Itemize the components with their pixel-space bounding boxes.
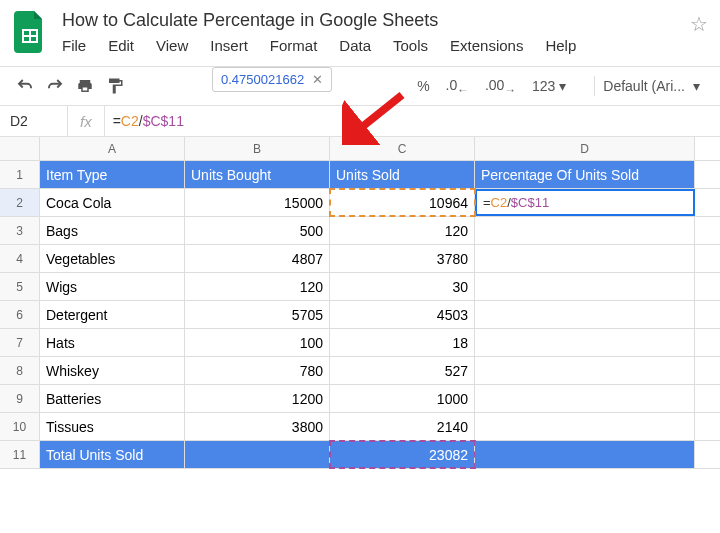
cell[interactable] [475,385,695,412]
redo-icon[interactable] [42,73,68,99]
cell[interactable] [185,441,330,468]
tooltip-value: 0.4750021662 [221,72,304,87]
undo-icon[interactable] [12,73,38,99]
table-row: 10Tissues38002140 [0,413,720,441]
close-icon[interactable]: ✕ [312,72,323,87]
cell[interactable] [475,441,695,468]
menu-extensions[interactable]: Extensions [450,37,523,54]
cell[interactable] [475,217,695,244]
cell[interactable] [475,301,695,328]
active-cell[interactable]: =C2/$C$11 [475,189,695,216]
table-row: 6Detergent57054503 [0,301,720,329]
cell[interactable]: 15000 [185,189,330,216]
sheets-logo-icon[interactable] [12,8,48,56]
menu-file[interactable]: File [62,37,86,54]
formula-bar: D2 fx =C2/$C$11 [0,105,720,137]
cell[interactable]: 100 [185,329,330,356]
menu-view[interactable]: View [156,37,188,54]
row-header[interactable]: 3 [0,217,40,244]
row-header[interactable]: 10 [0,413,40,440]
cell[interactable]: 3800 [185,413,330,440]
table-row: 8Whiskey780527 [0,357,720,385]
cell[interactable] [475,273,695,300]
cell[interactable] [475,329,695,356]
print-icon[interactable] [72,73,98,99]
percent-format-button[interactable]: % [417,78,429,94]
cell[interactable] [475,245,695,272]
font-family-dropdown[interactable]: Default (Ari... ▾ [594,76,708,96]
row-header[interactable]: 9 [0,385,40,412]
menu-data[interactable]: Data [339,37,371,54]
header-cell[interactable]: Units Sold [330,161,475,188]
cell[interactable]: 1200 [185,385,330,412]
cell[interactable]: 30 [330,273,475,300]
cell[interactable]: 527 [330,357,475,384]
header-cell[interactable]: Item Type [40,161,185,188]
header-cell[interactable]: Units Bought [185,161,330,188]
menu-tools[interactable]: Tools [393,37,428,54]
document-title[interactable]: How to Calculate Percentage in Google Sh… [62,8,676,33]
table-row: 4Vegetables48073780 [0,245,720,273]
column-header-d[interactable]: D [475,137,695,160]
paint-format-icon[interactable] [102,73,128,99]
star-icon[interactable]: ☆ [690,12,708,36]
name-box[interactable]: D2 [0,106,68,136]
table-row: 9Batteries12001000 [0,385,720,413]
number-format-dropdown[interactable]: 123 ▾ [532,78,566,94]
cell[interactable]: Whiskey [40,357,185,384]
row-header[interactable]: 8 [0,357,40,384]
cell[interactable]: 500 [185,217,330,244]
row-header[interactable]: 5 [0,273,40,300]
cell[interactable]: Bags [40,217,185,244]
column-header-a[interactable]: A [40,137,185,160]
row-header[interactable]: 2 [0,189,40,216]
select-all-corner[interactable] [0,137,40,160]
cell[interactable]: 3780 [330,245,475,272]
cell[interactable]: 780 [185,357,330,384]
menu-edit[interactable]: Edit [108,37,134,54]
cell[interactable]: 18 [330,329,475,356]
chevron-down-icon: ▾ [693,78,700,94]
menu-help[interactable]: Help [545,37,576,54]
decrease-decimal-button[interactable]: .0← [446,77,469,96]
table-row: 3Bags500120 [0,217,720,245]
table-total-row: 11 Total Units Sold 23082 [0,441,720,469]
table-row: 7Hats10018 [0,329,720,357]
header-cell[interactable]: Percentage Of Units Sold [475,161,695,188]
cell[interactable]: 4503 [330,301,475,328]
cell[interactable]: 23082 [330,441,475,468]
table-header-row: 1 Item Type Units Bought Units Sold Perc… [0,161,720,189]
increase-decimal-button[interactable]: .00→ [485,77,516,96]
fx-icon: fx [68,106,105,136]
formula-input[interactable]: =C2/$C$11 [105,106,720,136]
cell[interactable]: Coca Cola [40,189,185,216]
cell[interactable]: 4807 [185,245,330,272]
cell[interactable]: 1000 [330,385,475,412]
row-header[interactable]: 4 [0,245,40,272]
cell[interactable]: 120 [330,217,475,244]
cell[interactable]: Wigs [40,273,185,300]
cell[interactable]: Hats [40,329,185,356]
cell[interactable]: 2140 [330,413,475,440]
cell[interactable]: Detergent [40,301,185,328]
cell[interactable]: 120 [185,273,330,300]
column-header-b[interactable]: B [185,137,330,160]
cell[interactable] [475,413,695,440]
cell[interactable]: 10964 [330,189,475,216]
row-header[interactable]: 6 [0,301,40,328]
cell[interactable]: 5705 [185,301,330,328]
cell[interactable]: Vegetables [40,245,185,272]
cell[interactable]: Tissues [40,413,185,440]
cell[interactable]: Batteries [40,385,185,412]
column-header-c[interactable]: C [330,137,475,160]
table-row: 5Wigs12030 [0,273,720,301]
row-header[interactable]: 1 [0,161,40,188]
menu-insert[interactable]: Insert [210,37,248,54]
spreadsheet-grid[interactable]: A B C D 1 Item Type Units Bought Units S… [0,137,720,469]
cell[interactable]: Total Units Sold [40,441,185,468]
formula-result-tooltip: 0.4750021662 ✕ [212,67,332,92]
row-header[interactable]: 11 [0,441,40,468]
cell[interactable] [475,357,695,384]
row-header[interactable]: 7 [0,329,40,356]
menu-format[interactable]: Format [270,37,318,54]
